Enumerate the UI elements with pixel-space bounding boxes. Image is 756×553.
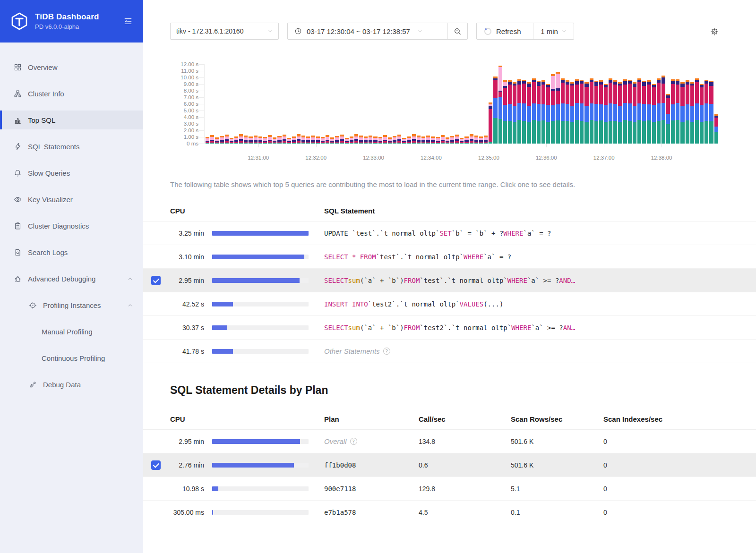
sidebar-item-key-visualizer[interactable]: Key Visualizer	[0, 190, 143, 209]
chart-bar-segment-crimson	[714, 118, 718, 126]
column-header-scan-indexes: Scan Indexes/sec	[603, 415, 741, 423]
sidebar-item-label: Overview	[28, 63, 58, 71]
sql-token: `a` >= ?	[527, 277, 559, 284]
refresh-interval-select[interactable]: 1 min	[533, 23, 574, 39]
sidebar-item-cluster-info[interactable]: Cluster Info	[0, 84, 143, 103]
sidebar-item-sql-statements[interactable]: SQL Statements	[0, 137, 143, 156]
plan-table-header: CPU Plan Call/sec Scan Rows/sec Scan Ind…	[143, 409, 756, 430]
chart-bar	[594, 81, 598, 144]
chart-bar-segment-teal	[345, 143, 349, 144]
y-axis-label: 8.00 s	[184, 88, 198, 94]
cpu-value: 42.52 s	[170, 300, 204, 308]
chart-bar-segment-teal	[556, 120, 559, 144]
sidebar-item-debug-data[interactable]: Debug Data	[0, 375, 143, 394]
chart-bar-segment-navy	[575, 81, 579, 85]
chart-bar-segment-blue	[714, 127, 718, 132]
cluster-icon	[14, 90, 22, 98]
chart-bar-segment-blue	[575, 103, 579, 120]
y-axis-tick	[198, 137, 204, 137]
chart-bar	[210, 135, 214, 144]
chart-bar	[321, 137, 325, 144]
chart-bar	[690, 82, 694, 144]
instance-select[interactable]: tikv - 172.31.6.1:20160	[170, 23, 279, 40]
chart-bar-segment-teal	[584, 122, 588, 144]
y-axis-label: 6.00 s	[184, 101, 198, 107]
call-per-sec: 4.5	[419, 509, 511, 516]
chart-bar	[522, 80, 526, 144]
chart-bar-segment-crimson	[628, 84, 632, 103]
chart-bar-segment-blue	[566, 104, 569, 121]
plan-row[interactable]: 305.00 mse7b1a5784.50.10	[143, 501, 756, 524]
sidebar-item-label: Slow Queries	[28, 169, 70, 177]
chart-bar-segment-teal	[441, 143, 445, 144]
refresh-spinner-icon	[484, 28, 491, 35]
chart-bar-segment-navy	[709, 82, 713, 86]
column-header-cpu: CPU	[170, 207, 309, 215]
chart-bar-segment-crimson	[680, 87, 684, 106]
statement-row[interactable]: 3.10 minSELECT * FROM `test`.`t_normal_o…	[143, 245, 756, 269]
chart-bar-segment-blue	[695, 103, 699, 120]
main-content: tikv - 172.31.6.1:20160 03-17 12:30:04 ~…	[143, 0, 756, 553]
chart-bar	[446, 137, 449, 144]
sidebar-item-overview[interactable]: Overview	[0, 58, 143, 77]
chart-bar-segment-teal	[618, 122, 622, 144]
sql-statement: SELECT sum (`a` + `b`) FROM `test2`.`t_n…	[324, 324, 741, 332]
scan-indexes-per-sec: 0	[603, 509, 741, 516]
chart-bar-segment-blue	[532, 103, 536, 120]
chart-bar	[561, 78, 565, 144]
chart-bar-segment-blue	[666, 114, 670, 124]
chart-bar-segment-teal	[335, 143, 339, 144]
statement-row[interactable]: 42.52 sINSERT INTO `test2`.`t_normal_olt…	[143, 292, 756, 316]
statement-row[interactable]: 41.78 sOther Statements?	[143, 340, 756, 363]
sql-token: SET	[439, 230, 451, 237]
row-checkbox[interactable]	[151, 460, 161, 470]
statement-row[interactable]: 2.95 minSELECT sum (`a` + `b`) FROM `tes…	[143, 269, 756, 292]
sidebar-item-profiling-instances[interactable]: Profiling Instances	[0, 296, 143, 315]
cpu-time-chart[interactable]: 12.00 s11.00 s10.00 s9.00 s8.00 s7.00 s6…	[170, 64, 718, 163]
other-statements-label: Other Statements	[324, 347, 380, 355]
settings-gear-icon[interactable]	[710, 27, 719, 36]
clock-icon	[294, 27, 302, 35]
sidebar-item-slow-queries[interactable]: Slow Queries	[0, 163, 143, 182]
chart-bar	[316, 136, 320, 144]
statement-row[interactable]: 30.37 sSELECT sum (`a` + `b`) FROM `test…	[143, 316, 756, 340]
chart-bar-segment-pink	[551, 76, 555, 89]
sidebar-item-label: SQL Statements	[28, 143, 80, 151]
plan-row[interactable]: 10.98 s900e7118129.85.10	[143, 477, 756, 501]
sidebar-item-continuous-profiling[interactable]: Continuous Profiling	[0, 349, 143, 367]
plan-row[interactable]: 2.95 minOverall?134.8501.6 K0	[143, 430, 756, 453]
chart-bar-segment-teal	[292, 143, 296, 144]
cpu-value: 41.78 s	[170, 348, 204, 355]
chart-bar	[359, 136, 363, 144]
sidebar-item-search-logs[interactable]: Search Logs	[0, 243, 143, 262]
refresh-button[interactable]: Refresh	[477, 27, 533, 35]
column-header-call-sec: Call/sec	[419, 415, 511, 423]
cpu-bar	[212, 231, 309, 236]
chart-bar-segment-blue	[541, 104, 545, 120]
chart-bar-segment-crimson	[584, 87, 588, 106]
sidebar-item-advanced-debugging[interactable]: Advanced Debugging	[0, 269, 143, 288]
statement-row[interactable]: 3.25 minUPDATE `test`.`t_normal_oltp` SE…	[143, 221, 756, 245]
zoom-out-time-button[interactable]	[447, 23, 467, 39]
sidebar-item-top-sql[interactable]: Top SQL	[0, 111, 143, 129]
plan-row[interactable]: 2.76 minff1b0d080.6501.6 K0	[143, 453, 756, 477]
menu-fold-icon[interactable]	[123, 17, 133, 26]
chart-bar-segment-teal	[714, 132, 718, 144]
chart-bar-segment-teal	[604, 122, 608, 144]
chart-bar	[657, 78, 661, 144]
sidebar-item-manual-profiling[interactable]: Manual Profiling	[0, 322, 143, 341]
chart-bar	[642, 81, 646, 144]
sidebar-item-cluster-diagnostics[interactable]: Cluster Diagnostics	[0, 216, 143, 235]
chart-bar-segment-crimson	[532, 82, 536, 103]
row-checkbox[interactable]	[151, 276, 161, 285]
chart-bar	[388, 137, 392, 144]
sql-statement: UPDATE `test`.`t_normal_oltp` SET `b` = …	[324, 230, 741, 237]
chart-bar-segment-teal	[407, 143, 411, 144]
chart-bar-segment-crimson	[517, 85, 521, 103]
chart-bar-segment-blue	[604, 105, 608, 122]
chart-bar-segment-blue	[642, 104, 646, 121]
chart-bar-segment-crimson	[590, 82, 593, 103]
time-range-picker[interactable]: 03-17 12:30:04 ~ 03-17 12:38:57	[287, 23, 468, 40]
chart-plot-area[interactable]: 12:31:0012:32:0012:33:0012:34:0012:35:00…	[204, 64, 718, 144]
sql-statement: SELECT sum (`a` + `b`) FROM `test`.`t_no…	[324, 277, 741, 284]
